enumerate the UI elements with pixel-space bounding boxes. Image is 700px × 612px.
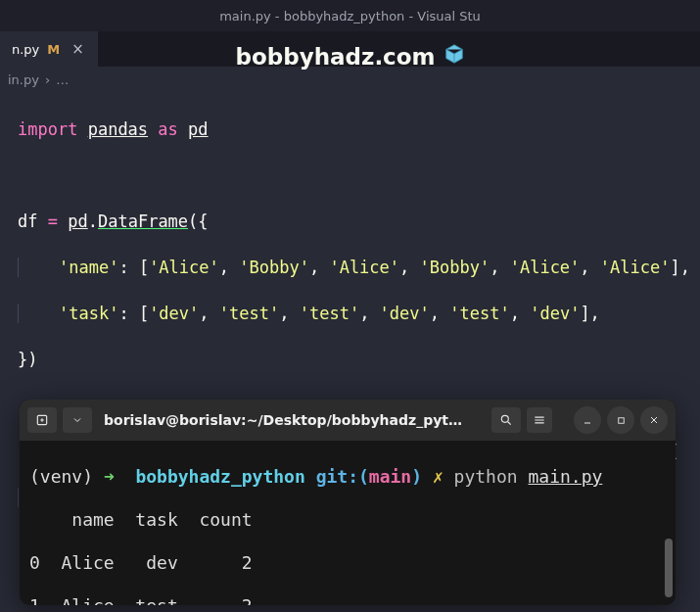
breadcrumb-more: … [56,72,69,87]
svg-rect-2 [618,417,624,423]
code-line [18,165,700,187]
terminal-title: borislav@borislav:~/Desktop/bobbyhadz_py… [98,412,486,428]
dropdown-button[interactable] [63,407,92,433]
terminal-scrollbar[interactable] [665,539,673,597]
close-button[interactable] [640,406,668,434]
new-tab-button[interactable] [27,407,57,433]
code-line: import pandas as pd [18,118,700,141]
code-line: 'name': ['Alice', 'Bobby', 'Alice', 'Bob… [18,257,700,279]
code-line: df = pd.DataFrame({ [18,211,700,233]
breadcrumb-sep: › [45,72,50,87]
code-line: }) [18,349,700,371]
breadcrumb-file: in.py [8,72,39,87]
terminal-window: borislav@borislav:~/Desktop/bobbyhadz_py… [20,400,676,605]
breadcrumb[interactable]: in.py › … [0,67,700,90]
terminal-titlebar[interactable]: borislav@borislav:~/Desktop/bobbyhadz_py… [20,400,676,441]
window-title: main.py - bobbyhadz_python - Visual Stu [219,9,481,24]
terminal-line: 1 Alice test 2 [29,595,666,605]
terminal-line: name task count [29,509,666,531]
search-button[interactable] [491,407,521,433]
watermark-text: bobbyhadz.com [235,44,435,70]
maximize-button[interactable] [607,406,634,434]
minimize-button[interactable] [574,406,601,434]
hamburger-menu-button[interactable] [527,407,552,433]
code-line: 'task': ['dev', 'test', 'test', 'dev', '… [18,303,700,325]
svg-point-1 [501,415,508,422]
terminal-line: (venv) ➜ bobbyhadz_python git:(main) ✗ p… [29,466,666,488]
terminal-body[interactable]: (venv) ➜ bobbyhadz_python git:(main) ✗ p… [20,441,676,605]
cube-icon [443,43,465,70]
watermark: bobbyhadz.com [0,43,700,70]
window-titlebar: main.py - bobbyhadz_python - Visual Stu [0,0,700,31]
terminal-line: 0 Alice dev 2 [29,552,666,574]
